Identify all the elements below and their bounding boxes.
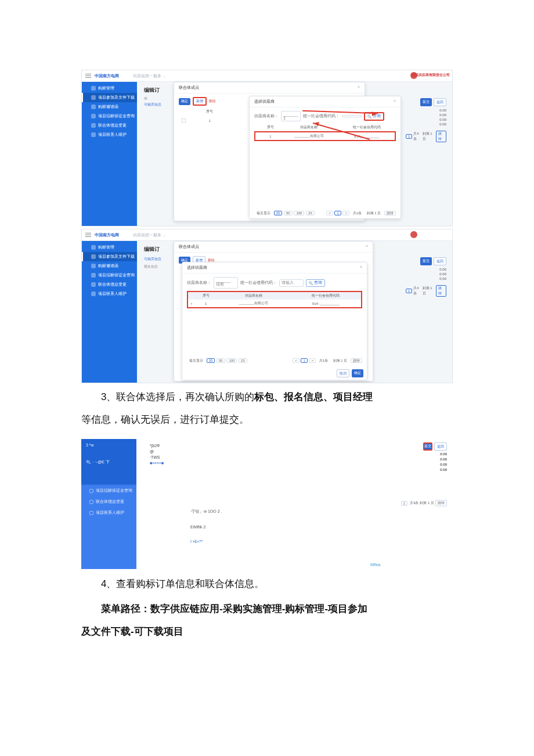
sidebar-item-consortium[interactable]: 联合体信息变更 xyxy=(82,121,137,130)
sidebar-item-contact[interactable]: 项目联系人维护 xyxy=(82,289,137,298)
menu-path-line-2: 及文件下载-可下载项目 xyxy=(81,620,453,643)
credit-code-input[interactable] xyxy=(342,115,362,117)
supplier-name-label: 供应商名称： xyxy=(254,114,279,119)
menu-path-line-1: 菜单路径：数字供应链应用-采购实施管理-购标管理-项目参加 xyxy=(81,597,453,620)
page-jump[interactable]: 跳转 xyxy=(436,131,446,142)
dialog-title: 联合体成员 xyxy=(179,85,199,91)
right-panel: 提交 返回 0.00 0.00 0.00 1 共4条 到第 1 页 跳转 xyxy=(406,257,446,297)
search-icon: 🔍 xyxy=(367,114,371,118)
breadcrumb: 供应链统一服务 ... xyxy=(133,73,166,79)
screenshot-consortium-select-1: 中国南方电网 供应链统一服务 ... 测试供应商有限责任公司 购标管理 项目参加… xyxy=(81,70,453,226)
right-pager: 1 共4条 到第 1 页 跳转 xyxy=(406,131,446,142)
sidebar-item-consortium[interactable]: 联合体信息变更 xyxy=(82,280,137,289)
credit-code-label: 统一社会信用代码： xyxy=(303,114,340,119)
screenshot-submit-order: 3 *w 句,・∙-@E 下 项目招标保证金查询 联合体信息变更 项目联系人维护… xyxy=(81,439,453,569)
sidebar-item-deposit[interactable]: 项目招标保证金查询 xyxy=(82,271,137,280)
brand-logo: 中国南方电网 xyxy=(95,73,119,79)
user-icon xyxy=(91,132,96,137)
ok-button[interactable]: 确定 xyxy=(352,369,363,377)
right-panel: 提交 返回 0.00 0.00 0.00 0.00 1 共3条 到第 1 页 跳… xyxy=(401,442,447,506)
sidebar-item-project-download[interactable]: 项目参加及文件下载 xyxy=(82,252,137,261)
folder-icon xyxy=(91,86,96,91)
current-user: 测试供应商有限责任公司 xyxy=(412,73,450,78)
submit-button[interactable]: 提交 xyxy=(420,257,432,265)
close-icon[interactable]: × xyxy=(394,99,396,105)
pager: 1 共3条 到第 1 页 跳转 xyxy=(401,500,447,506)
submit-button[interactable]: 提交 xyxy=(423,442,432,451)
amount-value: 0.00 xyxy=(439,113,446,117)
hamburger-icon[interactable] xyxy=(85,74,91,78)
supplier-name-input[interactable]: _______ 词有 xyxy=(214,277,238,289)
sidebar-item-deposit[interactable]: 项目招标保证金查询 xyxy=(82,111,137,121)
back-button[interactable]: 返回 xyxy=(434,257,446,265)
credit-code-input[interactable]: 请输入 xyxy=(279,279,304,287)
step-3-text-tail: 等信息，确认无误后，进行订单提交。 xyxy=(81,408,453,431)
cancel-button[interactable]: 取消 xyxy=(337,369,349,377)
garbled-column: *βiJΦ @ ·TWS ■»«««■ xyxy=(150,444,164,467)
topbar: 中国南方电网 供应链统一服务 ... xyxy=(82,229,452,241)
page-size[interactable]: 每页显示 25 50 100 25 xyxy=(254,211,315,216)
sidebar-title: 购标管理 xyxy=(82,243,137,252)
garbled-text: 句,・∙-@E 下 xyxy=(86,459,132,466)
close-icon[interactable]: × xyxy=(360,265,362,271)
topbar: 中国南方电网 供应链统一服务 ... 测试供应商有限责任公司 xyxy=(82,70,452,82)
right-panel: 提交 返回 0.00 0.00 0.00 0.00 1 共4条 到第 1 页 跳… xyxy=(406,98,446,142)
confirm-button[interactable]: 确定 xyxy=(179,98,190,105)
screenshot-consortium-select-2: 中国南方电网 供应链统一服务 ... 购标管理 项目参加及文件下载 购标邀请函 … xyxy=(81,229,453,383)
submit-button[interactable]: 提交 xyxy=(420,98,432,106)
dialog-footer: 取消 确定 xyxy=(337,369,363,377)
amount-value: 0.00 xyxy=(439,123,446,126)
sidebar-item-invite[interactable]: 购标邀请函 xyxy=(82,102,137,111)
supplier-name-input[interactable]: _______ 3 xyxy=(281,111,301,121)
query-button[interactable]: 🔍查询 xyxy=(306,279,325,287)
sidebar-item-contact[interactable]: 项目联系人维护 xyxy=(81,507,136,519)
supplier-table: 序号供应商名称统一社会信用代码 •1________有限公司914- _____… xyxy=(188,292,361,307)
avatar-icon[interactable] xyxy=(410,231,417,238)
page-num[interactable]: 1 xyxy=(406,134,412,139)
sidebar: 购标管理 项目参加及文件下载 购标邀请函 项目招标保证金查询 联合体信息变更 项… xyxy=(82,82,137,226)
group-icon xyxy=(91,123,96,128)
sidebar-partial: 3 *w 句,・∙-@E 下 项目招标保证金查询 联合体信息变更 项目联系人维护 xyxy=(81,439,136,569)
step-4-text: 4、查看购标订单信息和联合体信息。 xyxy=(81,573,453,595)
back-button[interactable]: 返回 xyxy=(434,98,446,106)
sidebar-item-project-download[interactable]: 项目参加及文件下载 xyxy=(82,93,137,102)
table-row[interactable]: 1________有限公司914__________ xyxy=(255,132,395,141)
sidebar-item-invite[interactable]: 购标邀请函 xyxy=(82,261,137,271)
amount-value: 0.00 xyxy=(439,118,446,121)
delete-button[interactable]: 删除 xyxy=(209,99,216,104)
close-icon[interactable]: × xyxy=(358,85,360,91)
hamburger-icon[interactable] xyxy=(85,233,91,237)
brand-logo: 中国南方电网 xyxy=(95,232,119,238)
page-nav[interactable]: < 1 > 共1条 到第 1 页 跳转 xyxy=(326,211,396,216)
page-size[interactable]: 每页显示 25 50 100 25 xyxy=(187,358,247,363)
close-icon[interactable]: × xyxy=(366,244,368,250)
amount-value: 0.00 xyxy=(439,109,446,112)
pager: 每页显示 25 50 100 25 < 1 > 共1条 到第 1 页 跳转 xyxy=(250,208,400,218)
select-supplier-dialog: 选择供应商× 供应商名称： _______ 词有 统一社会信用代码： 请输入 🔍… xyxy=(182,262,367,380)
jump-button[interactable]: 跳转 xyxy=(384,211,396,215)
breadcrumb: 供应链统一服务 ... xyxy=(133,232,166,238)
footer-link[interactable]: Mftea xyxy=(370,563,381,567)
page-nav[interactable]: < 1 > 共1条 到第 1 页 跳转 xyxy=(292,358,362,363)
sidebar: 购标管理 项目参加及文件下载 购标邀请函 项目招标保证金查询 联合体信息变更 项… xyxy=(82,241,137,383)
garbled-column-2: ·宁征」w 1OO 2 . EiMfilk 2 I »£<** xyxy=(190,509,222,554)
sidebar-item-deposit[interactable]: 项目招标保证金查询 xyxy=(81,485,136,496)
sidebar-item-contact[interactable]: 项目联系人维护 xyxy=(82,130,137,139)
garbled-text: 3 *w xyxy=(86,442,132,449)
file-icon xyxy=(91,95,96,100)
sidebar-item-consortium[interactable]: 联合体信息变更 xyxy=(81,496,136,507)
search-icon: 🔍 xyxy=(309,281,313,285)
step-3-text: 3、联合体选择后，再次确认所购的标包、报名信息、项目经理 xyxy=(81,386,453,408)
row-checkbox[interactable] xyxy=(182,118,186,123)
sidebar-title: 购标管理 xyxy=(82,84,137,93)
add-button[interactable]: 新增 xyxy=(193,97,207,106)
mail-icon xyxy=(91,105,96,109)
dialog-title: 选择供应商 xyxy=(254,99,275,105)
coin-icon xyxy=(91,114,96,118)
back-button[interactable]: 返回 xyxy=(434,442,447,451)
table-row[interactable]: •1________有限公司914- __________ xyxy=(188,300,361,307)
